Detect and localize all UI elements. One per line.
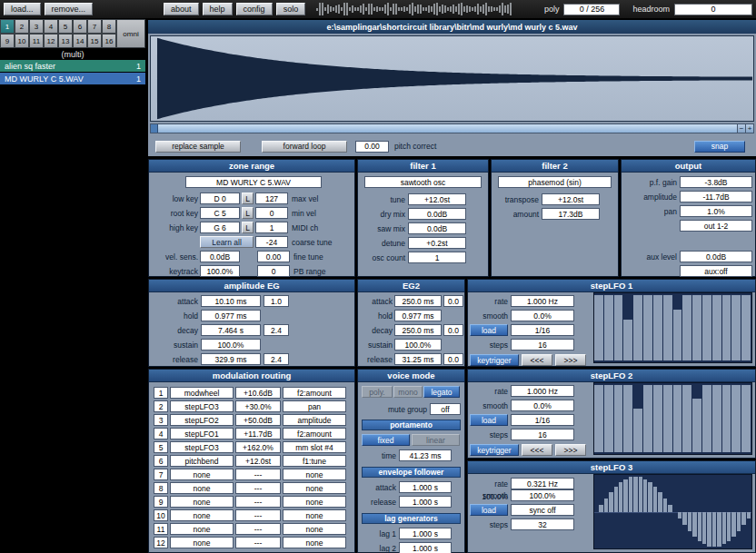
filter1-type-dropdown[interactable]: sawtooth osc xyxy=(364,176,482,188)
lfo1-steps-field[interactable]: 16 xyxy=(511,339,574,351)
mod-source-dropdown[interactable]: pitchbend xyxy=(170,455,234,467)
lfo1-rate-field[interactable]: 1.000 Hz xyxy=(511,295,574,307)
lfo3-rate-field[interactable]: 0.321 Hz xyxy=(511,478,574,489)
mod-target-dropdown[interactable]: pan xyxy=(283,400,346,412)
dry-mix-field[interactable]: 0.0dB xyxy=(408,208,466,220)
mod-amount-field[interactable]: +10.6dB xyxy=(235,387,281,399)
mod-target-dropdown[interactable]: none xyxy=(283,482,346,494)
mod-target-dropdown[interactable]: none xyxy=(283,469,346,480)
low-key-field[interactable]: D 0 xyxy=(200,193,240,204)
channel-button[interactable]: 16 xyxy=(102,34,116,48)
eg2-decay-field[interactable]: 250.0 ms xyxy=(394,324,442,336)
load-button[interactable]: load... xyxy=(4,3,41,15)
channel-button[interactable]: 11 xyxy=(29,34,44,48)
mod-target-dropdown[interactable]: amplitude xyxy=(283,414,346,426)
lfo2-step-display[interactable] xyxy=(593,382,752,455)
lfo3-steps-field[interactable]: 32 xyxy=(511,518,574,530)
mod-source-dropdown[interactable]: none xyxy=(170,482,234,494)
aeg-sustain-field[interactable]: 100.0% xyxy=(201,339,261,351)
detune-field[interactable]: +0.2st xyxy=(408,237,466,249)
aeg-attack-field[interactable]: 10.10 ms xyxy=(201,295,261,307)
legato-mode-button[interactable]: legato xyxy=(423,386,460,398)
channel-button[interactable]: 8 xyxy=(102,19,116,34)
lag1-field[interactable]: 1.000 s xyxy=(399,528,452,539)
channel-button[interactable]: 7 xyxy=(87,19,102,34)
output-bus-dropdown[interactable]: out 1-2 xyxy=(680,220,752,232)
channel-button[interactable]: 2 xyxy=(15,19,29,34)
midi-ch-field[interactable]: 1 xyxy=(255,222,288,233)
headroom-field[interactable]: 0 xyxy=(674,4,752,15)
scrollbar-thumb[interactable] xyxy=(151,124,158,133)
pan-field[interactable]: 1.0% xyxy=(680,205,752,217)
mute-group-field[interactable]: off xyxy=(430,403,461,415)
mod-amount-field[interactable]: --- xyxy=(235,496,281,508)
config-button[interactable]: config xyxy=(236,3,273,15)
mod-source-dropdown[interactable]: none xyxy=(170,523,234,535)
tune-field[interactable]: +12.0st xyxy=(408,193,466,205)
waveform-scrollbar[interactable]: − + xyxy=(150,123,754,133)
channel-button[interactable]: 4 xyxy=(44,19,58,34)
about-button[interactable]: about xyxy=(164,3,199,15)
waveform-display[interactable] xyxy=(150,35,754,122)
lfo3-smooth-field[interactable]: 100.0% xyxy=(511,489,574,501)
aeg-decay-shape-field[interactable]: 2.4 xyxy=(264,324,289,336)
high-key-learn-button[interactable]: L xyxy=(242,222,254,233)
lfo2-steps-field[interactable]: 16 xyxy=(511,429,574,440)
mod-target-dropdown[interactable]: none xyxy=(283,523,346,535)
lfo1-shift-left-button[interactable]: <<< xyxy=(522,354,552,366)
ef-attack-field[interactable]: 1.000 s xyxy=(399,481,452,493)
lfo2-smooth-field[interactable]: 0.0% xyxy=(511,400,574,411)
pf-gain-field[interactable]: -3.8dB xyxy=(680,176,752,188)
portamento-fixed-button[interactable]: fixed xyxy=(362,434,410,446)
mod-target-dropdown[interactable]: f2:amount xyxy=(283,428,346,439)
help-button[interactable]: help xyxy=(203,3,233,15)
mod-target-dropdown[interactable]: f2:amount xyxy=(283,387,346,399)
lfo1-smooth-field[interactable]: 0.0% xyxy=(511,310,574,321)
lfo2-rate-field[interactable]: 1.000 Hz xyxy=(511,385,574,397)
max-vel-field[interactable]: 127 xyxy=(255,193,288,204)
channel-button[interactable]: 5 xyxy=(58,19,73,34)
pitch-correct-field[interactable]: 0.00 xyxy=(355,141,389,153)
aux-bus-dropdown[interactable]: aux:off xyxy=(680,265,752,277)
lfo2-load-button[interactable]: load xyxy=(470,414,508,426)
channel-button[interactable]: 10 xyxy=(15,34,29,48)
lfo2-sync-dropdown[interactable]: 1/16 xyxy=(511,414,574,426)
mod-amount-field[interactable]: +50.0dB xyxy=(235,414,281,426)
lfo2-shift-right-button[interactable]: >>> xyxy=(555,444,586,456)
aeg-attack-shape-field[interactable]: 1.0 xyxy=(264,295,289,307)
mod-target-dropdown[interactable]: none xyxy=(283,537,346,548)
mod-amount-field[interactable]: --- xyxy=(235,537,281,548)
keytrack-field[interactable]: 100.0% xyxy=(200,265,240,277)
poly-mode-button[interactable]: poly. xyxy=(362,386,393,398)
lag2-field[interactable]: 1.000 s xyxy=(399,542,452,553)
mono-mode-button[interactable]: mono xyxy=(393,386,423,398)
mod-target-dropdown[interactable]: none xyxy=(283,509,346,521)
lfo2-keytrigger-button[interactable]: keytrigger xyxy=(470,444,519,456)
mod-source-dropdown[interactable]: stepLFO3 xyxy=(170,400,234,412)
lfo1-shift-right-button[interactable]: >>> xyxy=(555,354,586,366)
loop-mode-button[interactable]: forward loop xyxy=(262,141,347,153)
mod-target-dropdown[interactable]: f1:tune xyxy=(283,455,346,467)
lfo3-step-display[interactable] xyxy=(593,474,752,549)
mod-source-dropdown[interactable]: none xyxy=(170,537,234,548)
replace-sample-button[interactable]: replace sample xyxy=(155,141,241,153)
omni-button[interactable]: omni xyxy=(116,19,145,48)
mod-amount-field[interactable]: --- xyxy=(235,523,281,535)
channel-button[interactable]: 1 xyxy=(0,19,15,34)
amplitude-field[interactable]: -11.7dB xyxy=(680,191,752,202)
pb-range-field[interactable]: 0 xyxy=(257,265,290,277)
mod-amount-field[interactable]: --- xyxy=(235,509,281,521)
portamento-linear-button[interactable]: linear xyxy=(412,434,460,446)
saw-mix-field[interactable]: 0.0dB xyxy=(408,222,466,234)
eg2-attack-field[interactable]: 250.0 ms xyxy=(394,295,442,307)
mod-source-dropdown[interactable]: stepLFO3 xyxy=(170,441,234,453)
channel-button[interactable]: 14 xyxy=(73,34,87,48)
aux-level-field[interactable]: 0.0dB xyxy=(680,251,752,262)
snap-button[interactable]: snap xyxy=(694,141,745,153)
mod-source-dropdown[interactable]: stepLFO1 xyxy=(170,428,234,439)
high-key-field[interactable]: G 6 xyxy=(200,222,240,233)
lfo2-shift-left-button[interactable]: <<< xyxy=(522,444,552,456)
mod-target-dropdown[interactable]: none xyxy=(283,496,346,508)
aeg-release-field[interactable]: 329.9 ms xyxy=(201,353,261,365)
mod-source-dropdown[interactable]: stepLFO2 xyxy=(170,414,234,426)
